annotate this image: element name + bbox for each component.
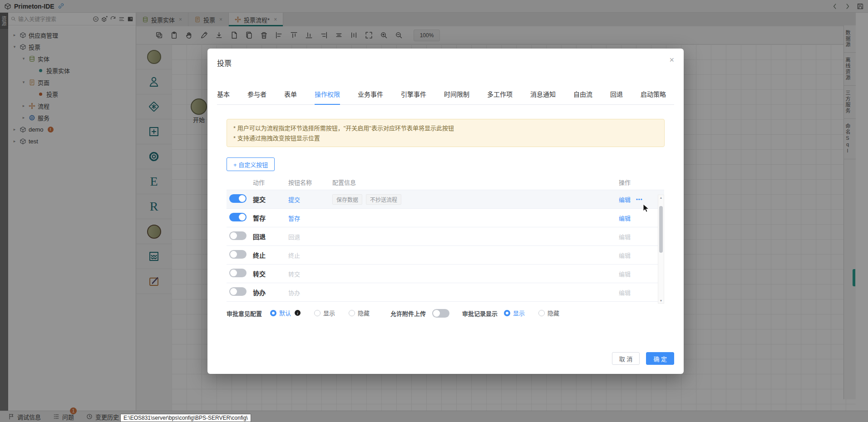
more-actions-icon[interactable]: •••: [636, 196, 643, 202]
enable-toggle[interactable]: [229, 269, 247, 277]
radio-label: 默认: [279, 309, 291, 317]
dialog-title: 投票: [217, 57, 232, 68]
opinion-option-隐藏[interactable]: 隐藏: [349, 309, 370, 317]
dialog-tab-基本[interactable]: 基本: [217, 88, 230, 104]
radio-icon[interactable]: [538, 310, 545, 316]
radio-label: 隐藏: [358, 309, 370, 317]
action-label: 转交: [253, 269, 288, 278]
dialog-tab-消息通知[interactable]: 消息通知: [530, 88, 556, 104]
cancel-button[interactable]: 取 消: [612, 352, 640, 365]
button-name-link[interactable]: 回退: [288, 232, 332, 241]
column-header-操作: 操作: [619, 178, 658, 186]
radio-icon[interactable]: [504, 310, 510, 316]
action-label: 回退: [253, 232, 288, 241]
action-label: 提交: [253, 195, 288, 204]
attachment-upload-label: 允许附件上传: [390, 309, 426, 318]
dialog-tab-参与者[interactable]: 参与者: [247, 88, 266, 104]
dialog-tabs: 基本参与者表单操作权限业务事件引擎事件时间限制多工作项消息通知自由流回退启动策略: [217, 88, 674, 105]
radio-icon[interactable]: [270, 310, 276, 316]
approval-settings-row: 审批意见配置 默认i显示隐藏 允许附件上传 审批记录显示 显示隐藏: [227, 308, 573, 318]
custom-button-add[interactable]: + 自定义按钮: [227, 157, 275, 171]
action-label: 终止: [253, 250, 288, 260]
edit-link[interactable]: 编辑: [619, 288, 631, 297]
dialog-tab-多工作项[interactable]: 多工作项: [487, 88, 513, 104]
dialog-tab-启动策略[interactable]: 启动策略: [641, 88, 666, 104]
table-scrollbar[interactable]: ▲ ▼: [658, 195, 664, 304]
action-row-转交: 转交转交编辑: [227, 265, 664, 283]
button-name-link[interactable]: 暂存: [288, 214, 332, 222]
table-body: 提交提交保存数据不抄送流程编辑•••暂存暂存编辑回退回退编辑终止终止编辑转交转交…: [227, 190, 664, 302]
mouse-cursor: [643, 204, 650, 213]
button-name-link[interactable]: 提交: [288, 195, 332, 204]
dialog-tab-回退[interactable]: 回退: [610, 88, 623, 104]
dialog-tab-引擎事件[interactable]: 引擎事件: [401, 88, 426, 104]
action-row-协办: 协办协办编辑: [227, 283, 664, 302]
radio-label: 隐藏: [547, 309, 559, 317]
hint-line-2: * 支持通过拖拽改变按钮显示位置: [233, 133, 658, 143]
path-tooltip: E:\EOS831\server\bps\config\BPS-SERVER\c…: [120, 414, 251, 422]
vote-settings-dialog: 投票 × 基本参与者表单操作权限业务事件引擎事件时间限制多工作项消息通知自由流回…: [207, 49, 684, 374]
record-option-隐藏[interactable]: 隐藏: [538, 309, 559, 317]
dialog-tab-业务事件[interactable]: 业务事件: [358, 88, 383, 104]
dialog-tab-表单[interactable]: 表单: [284, 88, 297, 104]
action-label: 协办: [253, 288, 288, 297]
opinion-option-显示[interactable]: 显示: [314, 309, 335, 317]
ok-button[interactable]: 确 定: [646, 352, 674, 365]
close-icon[interactable]: ×: [669, 56, 674, 64]
edit-link[interactable]: 编辑: [619, 270, 631, 278]
record-option-显示[interactable]: 显示: [504, 309, 525, 317]
button-name-link[interactable]: 转交: [288, 270, 332, 278]
enable-toggle[interactable]: [229, 250, 247, 259]
enable-toggle[interactable]: [229, 213, 247, 221]
config-tags: 保存数据不抄送流程: [332, 194, 619, 205]
attachment-upload-toggle[interactable]: [432, 309, 449, 318]
edit-link[interactable]: 编辑: [619, 214, 631, 222]
radio-icon[interactable]: [314, 310, 321, 316]
enable-toggle[interactable]: [229, 231, 247, 240]
record-radio-group: 显示隐藏: [504, 309, 573, 318]
dialog-footer: 取 消 确 定: [612, 352, 674, 365]
table-header: 动作按钮名称配置信息操作: [227, 175, 664, 190]
dialog-tab-自由流[interactable]: 自由流: [573, 88, 592, 104]
opinion-radio-group: 默认i显示隐藏: [270, 309, 383, 318]
config-tag: 保存数据: [332, 194, 362, 205]
edit-link[interactable]: 编辑: [619, 251, 631, 260]
button-name-link[interactable]: 终止: [288, 251, 332, 260]
radio-label: 显示: [323, 309, 335, 317]
info-icon[interactable]: i: [295, 310, 301, 316]
edit-link[interactable]: 编辑: [619, 232, 631, 241]
radio-icon[interactable]: [349, 310, 355, 316]
action-label: 暂存: [253, 213, 288, 222]
scroll-down-icon[interactable]: ▼: [658, 299, 664, 302]
edit-link[interactable]: 编辑: [619, 195, 631, 204]
opinion-config-label: 审批意见配置: [227, 309, 262, 318]
column-header-配置信息: 配置信息: [332, 178, 619, 186]
hint-line-1: * 用户可以为流程指定环节选择所需按钮，"开关启用"表示对应环节表单将显示此按钮: [233, 123, 658, 133]
column-header-按钮名称: 按钮名称: [288, 178, 332, 186]
enable-toggle[interactable]: [229, 194, 247, 203]
enable-toggle[interactable]: [229, 287, 247, 296]
dialog-tab-操作权限[interactable]: 操作权限: [315, 88, 340, 104]
dialog-tab-时间限制[interactable]: 时间限制: [444, 88, 469, 104]
opinion-option-默认[interactable]: 默认i: [270, 309, 301, 317]
action-row-终止: 终止终止编辑: [227, 246, 664, 265]
action-row-回退: 回退回退编辑: [227, 227, 664, 246]
button-name-link[interactable]: 协办: [288, 288, 332, 297]
scroll-up-icon[interactable]: ▲: [658, 196, 664, 199]
buttons-table: 动作按钮名称配置信息操作 提交提交保存数据不抄送流程编辑•••暂存暂存编辑回退回…: [227, 175, 664, 302]
config-tag: 不抄送流程: [366, 194, 401, 205]
scroll-thumb[interactable]: [659, 206, 663, 253]
hint-alert: * 用户可以为流程指定环节选择所需按钮，"开关启用"表示对应环节表单将显示此按钮…: [227, 119, 665, 147]
radio-label: 显示: [513, 309, 525, 317]
action-row-暂存: 暂存暂存编辑: [227, 209, 664, 227]
column-header-动作: 动作: [253, 178, 288, 186]
record-display-label: 审批记录显示: [462, 309, 498, 318]
action-row-提交: 提交提交保存数据不抄送流程编辑•••: [227, 190, 664, 209]
